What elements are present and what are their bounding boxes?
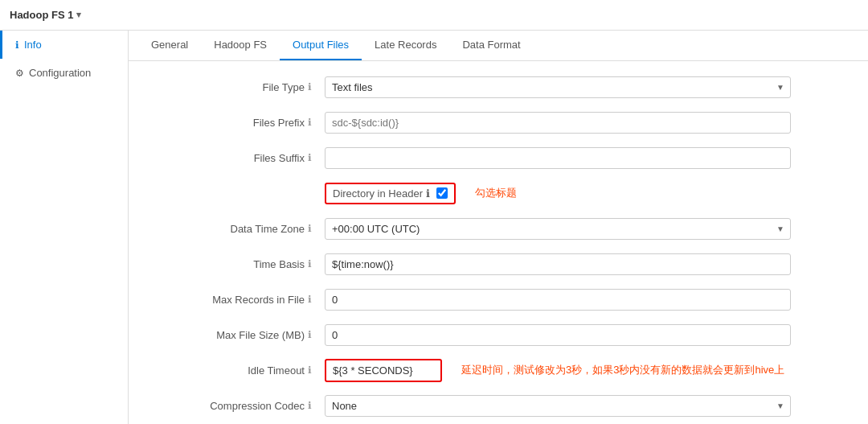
sidebar: ℹ Info ⚙ Configuration	[0, 31, 129, 424]
directory-header-info-icon[interactable]: ℹ	[426, 187, 430, 200]
data-timezone-info-icon[interactable]: ℹ	[308, 223, 312, 234]
main-content: General Hadoop FS Output Files Late Reco…	[129, 31, 868, 424]
idle-timeout-row: Idle Timeout ℹ 延迟时间，测试修改为3秒，如果3秒内没有新的数据就…	[148, 357, 833, 383]
file-type-info-icon[interactable]: ℹ	[308, 81, 312, 93]
compression-codec-label: Compression Codec ℹ	[148, 400, 325, 412]
main-layout: ℹ Info ⚙ Configuration General Hadoop FS…	[0, 31, 868, 424]
idle-timeout-highlight-box	[325, 359, 442, 382]
compression-codec-select[interactable]: None Gzip Snappy Deflate	[325, 395, 791, 417]
data-timezone-control: +00:00 UTC (UTC) +05:30 IST -08:00 PST ▼	[325, 218, 791, 240]
idle-timeout-input[interactable]	[331, 362, 436, 379]
files-suffix-info-icon[interactable]: ℹ	[308, 152, 312, 163]
files-prefix-control	[325, 112, 791, 134]
directory-header-row: Directory in Header ℹ 勾选标题	[148, 180, 833, 206]
directory-header-control: Directory in Header ℹ 勾选标题	[325, 183, 791, 204]
time-basis-control	[325, 253, 791, 275]
time-basis-info-icon[interactable]: ℹ	[308, 258, 312, 270]
directory-header-box-label: Directory in Header ℹ	[333, 187, 430, 200]
compression-codec-row: Compression Codec ℹ None Gzip Snappy Def…	[148, 393, 833, 418]
tab-late-records[interactable]: Late Records	[362, 31, 449, 60]
files-suffix-input[interactable]	[325, 147, 791, 169]
files-prefix-info-icon[interactable]: ℹ	[308, 117, 312, 128]
tab-data-format[interactable]: Data Format	[449, 31, 533, 60]
max-file-size-label: Max File Size (MB) ℹ	[148, 329, 325, 341]
max-records-control	[325, 289, 791, 311]
idle-annotation: 延迟时间，测试修改为3秒，如果3秒内没有新的数据就会更新到hive上	[461, 363, 784, 377]
directory-annotation: 勾选标题	[475, 186, 517, 200]
idle-timeout-info-icon[interactable]: ℹ	[308, 364, 312, 376]
file-type-row: File Type ℹ Text files Avro Binary Delim…	[148, 74, 833, 100]
compression-codec-info-icon[interactable]: ℹ	[308, 400, 312, 411]
data-timezone-row: Data Time Zone ℹ +00:00 UTC (UTC) +05:30…	[148, 216, 833, 241]
files-suffix-control	[325, 147, 791, 169]
idle-timeout-control: 延迟时间，测试修改为3秒，如果3秒内没有新的数据就会更新到hive上	[325, 359, 791, 382]
files-prefix-label: Files Prefix ℹ	[148, 117, 325, 129]
data-timezone-select-wrap: +00:00 UTC (UTC) +05:30 IST -08:00 PST ▼	[325, 218, 791, 240]
files-suffix-row: Files Suffix ℹ	[148, 145, 833, 171]
max-file-size-control	[325, 324, 791, 346]
file-type-label: File Type ℹ	[148, 81, 325, 93]
max-file-size-row: Max File Size (MB) ℹ	[148, 322, 833, 348]
file-type-select[interactable]: Text files Avro Binary Delimited JSON Pr…	[325, 76, 791, 98]
max-records-input[interactable]	[325, 289, 791, 311]
info-icon: ℹ	[15, 39, 19, 51]
time-basis-input[interactable]	[325, 253, 791, 275]
file-type-select-wrap: Text files Avro Binary Delimited JSON Pr…	[325, 76, 791, 98]
sidebar-item-configuration-label: Configuration	[29, 67, 91, 79]
max-file-size-info-icon[interactable]: ℹ	[308, 329, 312, 340]
top-bar: Hadoop FS 1 ▾	[0, 0, 868, 31]
files-prefix-input[interactable]	[325, 112, 791, 134]
tab-bar: General Hadoop FS Output Files Late Reco…	[129, 31, 868, 61]
sidebar-item-info[interactable]: ℹ Info	[0, 31, 128, 59]
pipeline-title[interactable]: Hadoop FS 1 ▾	[10, 9, 81, 21]
file-type-control: Text files Avro Binary Delimited JSON Pr…	[325, 76, 791, 98]
pipeline-name: Hadoop FS 1	[10, 9, 73, 21]
data-timezone-select[interactable]: +00:00 UTC (UTC) +05:30 IST -08:00 PST	[325, 218, 791, 240]
directory-header-highlight-box: Directory in Header ℹ	[325, 183, 456, 204]
directory-header-checkbox[interactable]	[436, 187, 448, 199]
gear-icon: ⚙	[15, 68, 24, 79]
data-timezone-label: Data Time Zone ℹ	[148, 223, 325, 235]
tab-general[interactable]: General	[138, 31, 201, 60]
sidebar-item-info-label: Info	[24, 39, 42, 51]
compression-codec-control: None Gzip Snappy Deflate ▼	[325, 395, 791, 417]
form-area: File Type ℹ Text files Avro Binary Delim…	[129, 61, 852, 424]
max-records-row: Max Records in File ℹ	[148, 286, 833, 312]
time-basis-row: Time Basis ℹ	[148, 251, 833, 277]
tab-hadoop-fs[interactable]: Hadoop FS	[201, 31, 280, 60]
tab-output-files[interactable]: Output Files	[280, 31, 362, 60]
max-file-size-input[interactable]	[325, 324, 791, 346]
time-basis-label: Time Basis ℹ	[148, 258, 325, 270]
sidebar-item-configuration[interactable]: ⚙ Configuration	[0, 59, 128, 87]
files-suffix-label: Files Suffix ℹ	[148, 152, 325, 164]
files-prefix-row: Files Prefix ℹ	[148, 109, 833, 135]
max-records-info-icon[interactable]: ℹ	[308, 294, 312, 305]
chevron-down-icon: ▾	[76, 10, 81, 20]
idle-timeout-label: Idle Timeout ℹ	[148, 364, 325, 377]
max-records-label: Max Records in File ℹ	[148, 294, 325, 306]
compression-codec-select-wrap: None Gzip Snappy Deflate ▼	[325, 395, 791, 417]
